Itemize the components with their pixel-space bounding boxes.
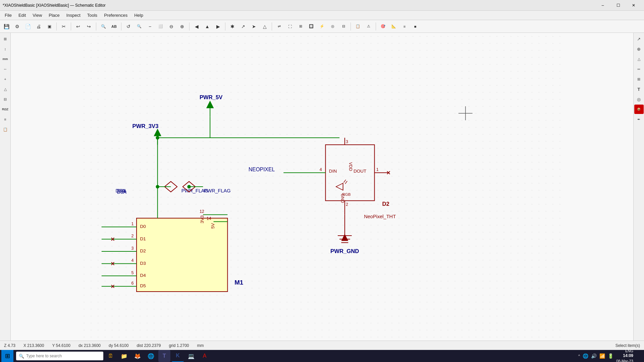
print-preview-button[interactable]: ▣ <box>44 21 54 32</box>
right-bus-button[interactable]: ═ <box>634 64 644 74</box>
nav-forward-button[interactable]: ▶ <box>213 21 223 32</box>
tray-volume[interactable]: 🔊 <box>591 353 597 359</box>
menu-help[interactable]: Help <box>131 11 147 19</box>
zoom-fit-button[interactable]: 🔍 <box>134 21 144 32</box>
left-star-button[interactable]: + <box>1 74 10 84</box>
menu-view[interactable]: View <box>29 11 45 19</box>
sym6-button[interactable]: ◎ <box>328 21 338 32</box>
save-button[interactable]: 💾 <box>1 21 11 32</box>
pin-dout: DOUT <box>354 169 366 174</box>
left-grid-button[interactable]: ⊞ <box>1 34 10 44</box>
left-scale-button[interactable]: ↔ <box>1 64 10 74</box>
print-button[interactable]: 🖨 <box>34 21 44 32</box>
toolbar-sep-1 <box>56 22 57 31</box>
left-net-button[interactable]: RΩZ <box>1 105 10 114</box>
sym5-button[interactable]: ⚡ <box>317 21 327 32</box>
menu-tools[interactable]: Tools <box>84 11 101 19</box>
new-button[interactable]: 📄 <box>23 21 33 32</box>
alert-button[interactable]: ⚠ <box>364 21 374 32</box>
menu-place[interactable]: Place <box>45 11 63 19</box>
right-pen-button[interactable]: ✒ <box>634 115 644 124</box>
sym2-button[interactable]: ⛶ <box>285 21 295 32</box>
square-button[interactable]: 📐 <box>389 21 399 32</box>
main-layout: ⊞ ↕ mm ↔ + △ ⊟ RΩZ ≡ 📋 PWR_ <box>0 33 644 341</box>
m1-3v3: 3V3 <box>200 215 205 223</box>
right-text-button[interactable]: T <box>634 84 644 94</box>
left-rule-button[interactable]: ⊟ <box>1 95 10 104</box>
svg-text:4: 4 <box>320 167 322 172</box>
taskbar-app-acrobat[interactable]: A <box>199 350 211 362</box>
taskbar-app-kicad[interactable]: K <box>172 350 184 362</box>
zoom-out-button[interactable]: − <box>145 21 155 32</box>
menu-inspect[interactable]: Inspect <box>63 11 84 19</box>
tray-network[interactable]: 🌐 <box>583 353 588 359</box>
svg-text:2: 2 <box>131 234 133 238</box>
right-circle-button[interactable]: ◎ <box>634 95 644 104</box>
taskbar-search-input[interactable] <box>26 354 101 358</box>
cut-button[interactable]: ✂ <box>59 21 69 32</box>
taskbar-right: ^ 🌐 🔊 📶 🔋 ENG 14:09 08-Mar-23 <box>578 349 643 362</box>
left-table-button[interactable]: 📋 <box>1 125 10 134</box>
sym4-button[interactable]: 🔲 <box>306 21 316 32</box>
list-button[interactable]: ≡ <box>399 21 410 32</box>
sym1-button[interactable]: ⇌ <box>274 21 284 32</box>
close-button[interactable]: ✕ <box>626 0 641 11</box>
svg-text:1: 1 <box>376 167 379 172</box>
coord-x-status: X 213.3600 <box>23 343 44 348</box>
sym3-button[interactable]: ⊞ <box>296 21 306 32</box>
nav-back-button[interactable]: ◀ <box>192 21 202 32</box>
table-button[interactable]: 📋 <box>353 21 363 32</box>
tool1-button[interactable]: ✱ <box>227 21 237 32</box>
nav-up-button[interactable]: ▲ <box>202 21 212 32</box>
title-bar: *XIAOShieldBasic [XIAOShieldBasic] — Sch… <box>0 0 644 11</box>
pin-din: DIN <box>329 169 337 174</box>
left-move-button[interactable]: ↕ <box>1 44 10 54</box>
zoom-plus-button[interactable]: ⊕ <box>177 21 187 32</box>
tray-wifi[interactable]: 📶 <box>599 353 605 359</box>
right-sym-button[interactable]: ⊞ <box>634 74 644 84</box>
minimize-button[interactable]: – <box>595 0 610 11</box>
tool2-button[interactable]: ↗ <box>238 21 248 32</box>
sym7-button[interactable]: ⊟ <box>338 21 348 32</box>
menu-file[interactable]: File <box>1 11 15 19</box>
undo-button[interactable]: ↩ <box>73 21 83 32</box>
find-button[interactable]: 🔍 <box>98 21 108 32</box>
taskbar-app-calendar[interactable]: 🗓 <box>105 350 117 362</box>
tool3-button[interactable]: ➤ <box>249 21 259 32</box>
right-pointer-button[interactable]: ↗ <box>634 34 644 44</box>
taskbar-app-vscode[interactable]: 💻 <box>185 350 197 362</box>
pwr5v-label: PWR_5V <box>200 94 223 101</box>
settings-button[interactable]: ⚙ <box>12 21 22 32</box>
window-title: *XIAOShieldBasic [XIAOShieldBasic] — Sch… <box>3 3 106 8</box>
menu-edit[interactable]: Edit <box>15 11 29 19</box>
taskbar-datetime[interactable]: ENG 14:09 08-Mar-23 <box>616 349 633 362</box>
left-tri-button[interactable]: △ <box>1 84 10 94</box>
tray-chevron[interactable]: ^ <box>578 354 580 358</box>
start-button[interactable]: ⊞ <box>1 350 13 362</box>
zoom-minus2-button[interactable]: ⊖ <box>166 21 176 32</box>
toolbar: 💾 ⚙ 📄 🖨 ▣ ✂ ↩ ↪ 🔍 AB ↺ 🔍 − ⬜ ⊖ ⊕ ◀ ▲ ▶ ✱… <box>0 20 644 33</box>
blk-button[interactable]: ■ <box>410 21 420 32</box>
left-mm-button[interactable]: mm <box>1 54 10 64</box>
tool4-button[interactable]: △ <box>260 21 270 32</box>
taskbar-search-box[interactable]: 🔍 <box>16 352 103 360</box>
taskbar-app-edge[interactable]: 🌐 <box>145 350 157 362</box>
target-button[interactable]: 🎯 <box>378 21 388 32</box>
left-list-button[interactable]: ≡ <box>1 115 10 124</box>
menu-preferences[interactable]: Preferences <box>101 11 131 19</box>
tray-battery[interactable]: 🔋 <box>608 353 613 359</box>
taskbar-app-firefox[interactable]: 🦊 <box>131 350 144 362</box>
redo-button[interactable]: ↪ <box>84 21 94 32</box>
svg-text:12: 12 <box>200 209 204 214</box>
right-wire-button[interactable]: △ <box>634 54 644 64</box>
canvas-area[interactable]: PWR_5V PWR_3V3 D3A D3A D3A <box>11 33 633 341</box>
annotate-button[interactable]: AB <box>109 21 119 32</box>
unit-status: mm <box>197 343 204 348</box>
maximize-button[interactable]: ☐ <box>610 0 626 11</box>
refresh-button[interactable]: ↺ <box>123 21 133 32</box>
right-add-button[interactable]: ⊕ <box>634 44 644 54</box>
taskbar-app-teams[interactable]: T <box>158 350 170 362</box>
taskbar-app-explorer[interactable]: 📁 <box>118 350 130 362</box>
zoom-fit2-button[interactable]: ⬜ <box>156 21 166 32</box>
right-box-button[interactable]: 📦 <box>634 105 644 114</box>
